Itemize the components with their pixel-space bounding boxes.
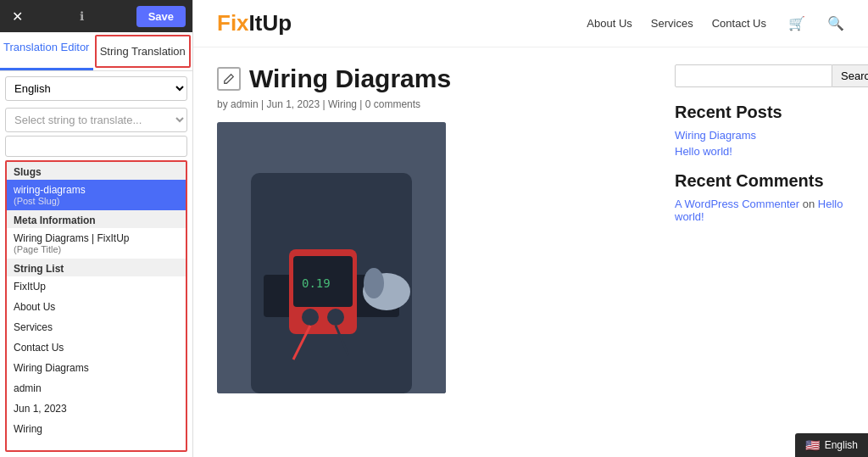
dropdown-item-page-title[interactable]: Wiring Diagrams | FixItUp(Page Title)	[7, 228, 186, 259]
sidebar-search-input[interactable]	[675, 64, 832, 87]
lang-badge-label: English	[825, 439, 858, 451]
language-select[interactable]: English	[5, 76, 187, 101]
site-nav: About Us Services Contact Us 🛒 🔍	[587, 15, 844, 31]
svg-text:0.19: 0.19	[302, 276, 331, 290]
nav-about[interactable]: About Us	[587, 17, 632, 30]
main-content: FixItUp About Us Services Contact Us 🛒 🔍…	[193, 0, 868, 457]
svg-point-6	[302, 309, 319, 326]
site-header: FixItUp About Us Services Contact Us 🛒 🔍	[193, 0, 868, 47]
dropdown-item-date[interactable]: Jun 1, 2023	[7, 398, 186, 419]
logo-itup: ItUp	[249, 10, 292, 36]
article-area: Wiring Diagrams by admin | Jun 1, 2023 |…	[217, 64, 651, 440]
section-header-slugs: Slugs	[7, 162, 186, 180]
info-button[interactable]: ℹ	[75, 6, 89, 26]
article-title-row: Wiring Diagrams	[217, 64, 651, 93]
section-header-meta: Meta Information	[7, 210, 186, 228]
dropdown-item-wiring-diagrams[interactable]: Wiring Diagrams	[7, 358, 186, 378]
nav-contact[interactable]: Contact Us	[712, 17, 766, 30]
recent-comments-title: Recent Comments	[675, 171, 844, 191]
flag-icon: 🇺🇸	[805, 438, 820, 452]
close-button[interactable]: ✕	[7, 5, 28, 28]
search-box-row: Search	[675, 64, 844, 87]
comment-text: A WordPress Commenter on Hello world!	[675, 198, 844, 223]
svg-point-11	[364, 268, 384, 298]
dropdown-list: Slugs wiring-diagrams(Post Slug) Meta In…	[5, 160, 187, 452]
edit-icon	[223, 73, 235, 85]
sidebar-area: Search Recent Posts Wiring Diagrams Hell…	[675, 64, 844, 440]
language-badge[interactable]: 🇺🇸 English	[795, 433, 868, 457]
save-button[interactable]: Save	[136, 6, 186, 27]
dropdown-item-contact-us[interactable]: Contact Us	[7, 337, 186, 358]
recent-post-2[interactable]: Hello world!	[675, 145, 844, 158]
filter-input-row	[0, 136, 192, 160]
site-logo: FixItUp	[217, 10, 292, 36]
tab-string-translation[interactable]: String Translation	[95, 35, 192, 68]
nav-services[interactable]: Services	[651, 17, 693, 30]
dropdown-item-about-us[interactable]: About Us	[7, 297, 186, 317]
section-header-string-list: String List	[7, 259, 186, 276]
search-icon[interactable]: 🔍	[827, 15, 844, 31]
tab-translation-editor[interactable]: Translation Editor	[0, 32, 93, 70]
cart-icon[interactable]: 🛒	[788, 15, 805, 31]
string-select[interactable]: Select string to translate...	[5, 108, 187, 132]
filter-input[interactable]	[5, 136, 187, 157]
recent-posts-title: Recent Posts	[675, 103, 844, 122]
left-panel: ✕ ℹ Save Translation Editor String Trans…	[0, 0, 193, 457]
recent-comments-section: Recent Comments A WordPress Commenter on…	[675, 171, 844, 223]
dropdown-item-services[interactable]: Services	[7, 317, 186, 337]
article-title: Wiring Diagrams	[249, 64, 451, 93]
logo-fix: Fix	[217, 10, 249, 36]
recent-post-1[interactable]: Wiring Diagrams	[675, 129, 844, 142]
edit-icon-box[interactable]	[217, 67, 241, 91]
page-body: Wiring Diagrams by admin | Jun 1, 2023 |…	[193, 47, 868, 457]
dropdown-item-fixitup[interactable]: FixItUp	[7, 276, 186, 297]
lang-select-row: English	[0, 71, 192, 104]
dropdown-item-wiring-diagrams-slug[interactable]: wiring-diagrams(Post Slug)	[7, 180, 186, 210]
comment-on: on	[803, 198, 818, 210]
dropdown-item-admin[interactable]: admin	[7, 378, 186, 398]
article-image-svg: 0.19	[217, 122, 446, 393]
article-image: 0.19	[217, 122, 446, 393]
dropdown-item-wiring[interactable]: Wiring	[7, 419, 186, 439]
sidebar-search-button[interactable]: Search	[832, 64, 868, 87]
svg-point-7	[327, 309, 344, 326]
comment-author[interactable]: A WordPress Commenter	[675, 198, 799, 210]
string-search-row: Select string to translate...	[0, 104, 192, 136]
article-meta: by admin | Jun 1, 2023 | Wiring | 0 comm…	[217, 98, 651, 110]
tabs-row: Translation Editor String Translation	[0, 32, 192, 71]
panel-header: ✕ ℹ Save	[0, 0, 192, 32]
